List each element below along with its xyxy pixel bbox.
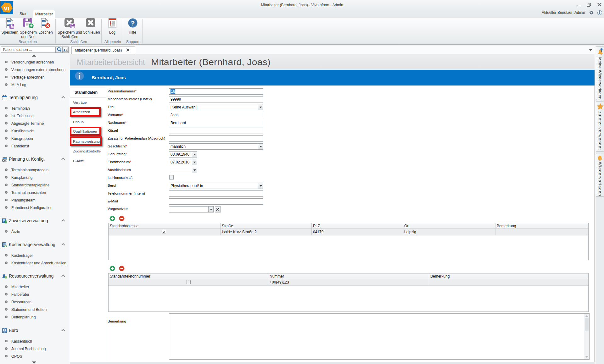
svg-text:?: ? <box>131 19 135 27</box>
svg-text:vi: vi <box>4 4 9 12</box>
